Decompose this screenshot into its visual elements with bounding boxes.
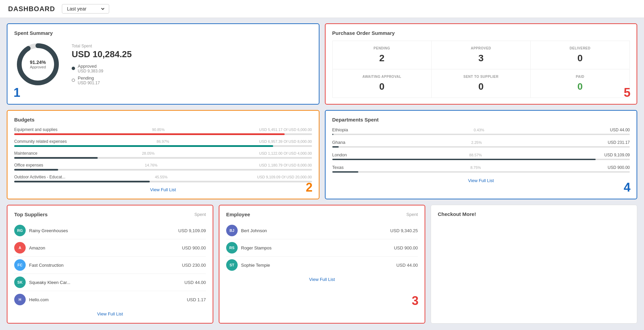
po-paid-value: 0 — [534, 81, 626, 92]
suppliers-card: Top Suppliers Spent RG Rainy Greenhouses… — [7, 205, 213, 324]
badge-5: 5 — [624, 86, 630, 100]
checkout-card: Checkout More! — [431, 205, 637, 324]
list-item: BJ Bert Johnson USD 9,340.25 — [226, 222, 418, 239]
po-cell-delivered: DELIVERED 0 — [531, 41, 629, 69]
list-item: H Hello.com USD 1.17 — [14, 291, 206, 308]
po-approved-label: APPROVED — [435, 46, 527, 50]
employee-name: Sophie Tempie — [241, 263, 393, 268]
dept-pct: 88.57% — [469, 153, 482, 157]
po-awaiting-value: 0 — [336, 81, 428, 92]
budget-row: Outdoor Activities - Educat... 45.55% US… — [14, 175, 312, 182]
budget-row: Community related expenses 86.97% USD 6,… — [14, 139, 312, 147]
page-title: DASHBOARD — [8, 5, 55, 13]
supplier-amount: USD 1.17 — [187, 297, 206, 302]
po-pending-label: PENDING — [336, 46, 428, 50]
budget-bar-bg — [14, 157, 312, 159]
badge-4: 4 — [624, 180, 630, 195]
dept-name: Ghana — [332, 140, 345, 145]
budget-row: Office expenses 14.76% USD 1,180.79 Of U… — [14, 163, 312, 171]
po-cell-awaiting: AWAITING APPROVAL 0 — [333, 69, 431, 97]
list-item: RG Rainy Greenhouses USD 9,109.09 — [14, 222, 206, 239]
budget-amount: USD 5,451.17 Of USD 6,000.00 — [259, 128, 312, 132]
supplier-name: Hello.com — [29, 297, 184, 302]
dept-bar-bg — [332, 159, 630, 160]
po-summary-title: Purchase Order Summary — [332, 30, 630, 36]
avatar: SK — [14, 277, 26, 288]
po-delivered-label: DELIVERED — [534, 46, 626, 50]
list-item: FC Fast Construction USD 230.00 — [14, 257, 206, 274]
po-sent-label: SENT TO SUPPLIER — [435, 75, 527, 79]
suppliers-list: RG Rainy Greenhouses USD 9,109.09 A Amaz… — [14, 222, 206, 308]
approved-dot — [72, 67, 75, 70]
bottom-row: Top Suppliers Spent RG Rainy Greenhouses… — [7, 205, 637, 324]
employees-card: Employee Spent BJ Bert Johnson USD 9,340… — [219, 205, 425, 324]
budget-amount: USD 1,180.79 Of USD 8,000.00 — [259, 163, 312, 167]
po-cell-paid: PAID 0 — [531, 69, 629, 97]
total-spent-label: Total Spent — [72, 44, 312, 48]
donut-sublabel: Approved — [30, 65, 46, 69]
employee-amount: USD 900.00 — [394, 245, 418, 250]
budget-bar-fill — [14, 133, 285, 135]
dept-bar-fill — [332, 171, 358, 173]
budgets-title: Budgets — [14, 117, 312, 123]
dept-pct: 2.25% — [471, 140, 482, 145]
list-item: SK Squeaky Kleen Car... USD 44.00 — [14, 274, 206, 291]
dept-bar-fill — [332, 134, 334, 135]
supplier-amount: USD 230.00 — [182, 263, 206, 268]
depts-view-full[interactable]: View Full List — [468, 178, 494, 183]
dept-name: Texas — [332, 165, 344, 170]
employees-spent-label: Spent — [406, 212, 418, 217]
checkout-title: Checkout More! — [438, 211, 630, 217]
budget-name: Office expenses — [14, 163, 43, 168]
badge-1: 1 — [14, 86, 20, 100]
budget-amount: USD 6,957.39 Of USD 8,000.00 — [259, 139, 312, 144]
depts-title: Departments Spent — [332, 117, 630, 123]
period-dropdown[interactable]: Last year This year Last month This mont… — [66, 6, 105, 12]
employee-amount: USD 44.00 — [396, 263, 418, 268]
po-delivered-value: 0 — [534, 53, 626, 64]
avatar: FC — [14, 259, 26, 271]
budgets-view-full[interactable]: View Full List — [150, 187, 176, 192]
budgets-card: Budgets Equipment and supplies 90.85% US… — [7, 110, 319, 199]
depts-card: Departments Spent Ethiopia 0.43% USD 44.… — [325, 110, 638, 199]
dept-bar-fill — [332, 146, 339, 148]
po-awaiting-label: AWAITING APPROVAL — [336, 75, 428, 79]
employees-title: Employee — [226, 212, 250, 217]
po-cell-sent: SENT TO SUPPLIER 0 — [432, 69, 530, 97]
supplier-amount: USD 900.00 — [182, 245, 206, 250]
supplier-name: Fast Construction — [29, 263, 178, 268]
spent-summary-title: Spent Summary — [14, 30, 312, 36]
pending-value: USD 901.17 — [78, 81, 100, 85]
list-item: ST Sophie Tempie USD 44.00 — [226, 257, 418, 273]
employees-view-full[interactable]: View Full List — [309, 277, 335, 282]
dept-amount: USD 231.17 — [608, 140, 630, 145]
period-selector[interactable]: Last year This year Last month This mont… — [62, 4, 109, 14]
employees-list: BJ Bert Johnson USD 9,340.25 RS Roger St… — [226, 222, 418, 273]
donut-percent: 91.24% — [30, 60, 46, 65]
dept-amount: USD 9,109.09 — [604, 153, 630, 157]
budget-pct: 28.05% — [142, 151, 154, 155]
budget-name: Outdoor Activities - Educat... — [14, 175, 65, 179]
suppliers-view-full[interactable]: View Full List — [97, 311, 123, 316]
employee-name: Roger Stampos — [241, 245, 390, 250]
dept-row: London 88.57% USD 9,109.09 — [332, 152, 630, 160]
pending-label: Pending — [78, 75, 100, 81]
dept-name: Ethiopia — [332, 127, 348, 132]
po-approved-value: 3 — [435, 53, 527, 64]
avatar: BJ — [226, 225, 238, 236]
po-cell-pending: PENDING 2 — [333, 41, 431, 69]
budget-row: Maintenance 28.05% USD 1,122.00 Of USD 4… — [14, 151, 312, 159]
donut-chart: 91.24% Approved — [14, 41, 62, 88]
badge-2: 2 — [306, 180, 312, 195]
budget-name: Equipment and supplies — [14, 127, 57, 132]
budget-pct: 14.76% — [145, 163, 158, 167]
po-summary-card: Purchase Order Summary PENDING 2 APPROVE… — [325, 23, 638, 105]
supplier-amount: USD 44.00 — [184, 280, 206, 285]
po-paid-label: PAID — [534, 75, 626, 79]
avatar: RG — [14, 225, 26, 236]
spent-legend: Approved USD 9,383.09 Pending USD 901.17 — [72, 64, 312, 85]
po-pending-value: 2 — [336, 53, 428, 64]
legend-pending: Pending USD 901.17 — [72, 75, 312, 85]
dept-bar-fill — [332, 159, 596, 160]
approved-value: USD 9,383.09 — [78, 69, 103, 73]
